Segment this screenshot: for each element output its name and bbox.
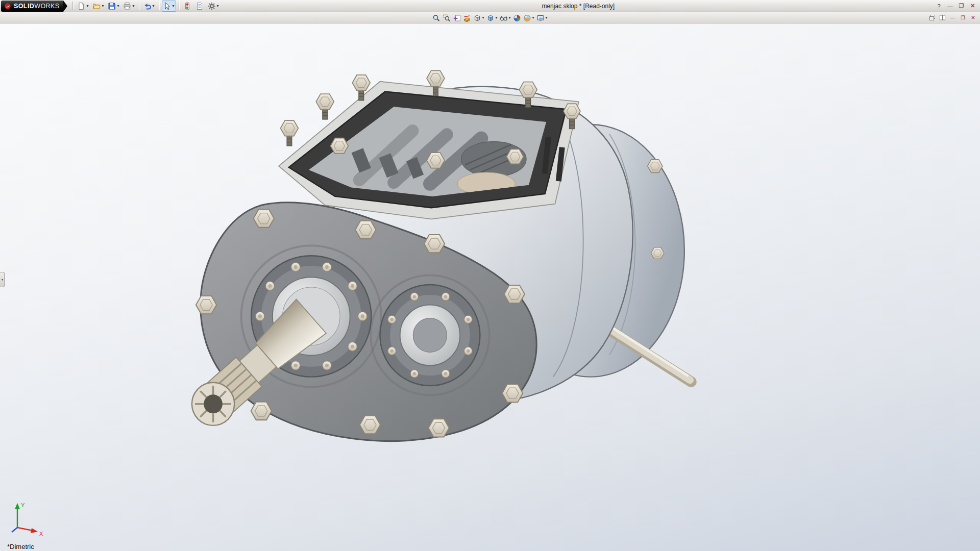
file-properties-button[interactable] (194, 1, 205, 12)
options-caret[interactable]: ▾ (217, 4, 219, 8)
gearbox-3d-model[interactable] (0, 23, 980, 551)
apply-scene-caret[interactable]: ▾ (532, 16, 534, 20)
y-axis-label: Y (21, 502, 25, 508)
featuremanager-collapsed-tab[interactable]: ◂ (0, 272, 5, 287)
view-settings-button[interactable]: ▾ (536, 13, 549, 23)
x-axis-label: X (39, 531, 43, 537)
toolbar-separator (179, 2, 179, 10)
dassault-logo-icon (4, 3, 11, 10)
select-button[interactable]: ▾ (162, 1, 176, 12)
view-orientation-button[interactable]: ▾ (472, 13, 485, 23)
display-style-caret[interactable]: ▾ (495, 16, 497, 20)
hide-show-items-caret[interactable]: ▾ (508, 16, 510, 20)
save-button[interactable]: ▾ (106, 1, 120, 12)
graphics-area[interactable]: Y X *Dimetric ◂ (0, 23, 980, 551)
y-axis-arrow (15, 503, 20, 509)
heads-up-view-toolbar: ▾ ▾ ▾ (431, 12, 548, 23)
display-style-icon (486, 14, 494, 22)
zoom-to-fit-icon (432, 14, 440, 22)
brand-name: SOLIDWORKS (14, 3, 59, 10)
cascade-windows-icon (929, 14, 936, 21)
help-button[interactable]: ? (934, 2, 944, 10)
print-icon (123, 2, 131, 10)
save-icon (108, 2, 116, 10)
hide-show-items-button[interactable]: ▾ (499, 13, 511, 23)
section-view-icon (463, 14, 471, 22)
options-button[interactable]: ▾ (206, 1, 220, 12)
new-document-button[interactable]: ▾ (76, 1, 90, 12)
save-caret[interactable]: ▾ (117, 4, 119, 8)
brand-tag-tip (63, 1, 67, 12)
document-window-controls: — ❐ ✕ (928, 13, 977, 21)
apply-scene-icon (524, 14, 531, 22)
new-document-icon (77, 2, 85, 10)
z-axis (12, 528, 17, 532)
minimize-button[interactable]: — (945, 2, 955, 10)
doc-restore-button[interactable]: ❐ (959, 13, 967, 21)
titlebar: SOLIDWORKS ▾ ▾ ▾ (0, 0, 980, 12)
cascade-windows-button[interactable] (928, 13, 937, 21)
undo-caret[interactable]: ▾ (153, 4, 155, 8)
new-document-caret[interactable]: ▾ (86, 4, 88, 8)
orientation-triad: Y X (5, 496, 51, 542)
view-settings-caret[interactable]: ▾ (546, 16, 548, 20)
section-view-button[interactable] (462, 13, 472, 23)
select-cursor-icon (163, 2, 172, 10)
undo-icon (143, 2, 152, 10)
view-orientation-caret[interactable]: ▾ (482, 16, 484, 20)
edit-appearance-button[interactable] (512, 13, 522, 23)
hide-show-items-icon (500, 14, 507, 22)
window-controls: ? — ❐ ✕ (934, 2, 980, 10)
toolbar-separator (72, 2, 73, 10)
print-caret[interactable]: ▾ (132, 4, 134, 8)
panel-expand-arrow-icon: ◂ (1, 278, 3, 282)
undo-button[interactable]: ▾ (142, 1, 156, 12)
previous-view-button[interactable] (452, 13, 461, 23)
x-axis-arrow (31, 528, 38, 533)
open-button[interactable]: ▾ (91, 1, 105, 12)
solidworks-window: SOLIDWORKS ▾ ▾ ▾ (0, 0, 980, 551)
select-caret[interactable]: ▾ (173, 4, 175, 8)
zoom-to-area-button[interactable] (442, 13, 451, 23)
document-title: menjac sklop * [Read-only] (542, 0, 615, 12)
solidworks-logo: SOLIDWORKS (1, 1, 63, 12)
menu-row: ▾ ▾ ▾ (0, 12, 980, 23)
edit-appearance-icon (513, 14, 521, 22)
doc-minimize-button[interactable]: — (948, 13, 957, 21)
view-orientation-icon (473, 14, 481, 22)
print-button[interactable]: ▾ (121, 1, 136, 12)
toolbar-separator (139, 2, 139, 10)
rebuild-icon (183, 2, 191, 10)
open-folder-icon (92, 2, 101, 10)
open-caret[interactable]: ▾ (102, 4, 104, 8)
apply-scene-button[interactable]: ▾ (523, 13, 535, 23)
doc-close-button[interactable]: ✕ (969, 13, 977, 21)
toolbar-separator (159, 2, 159, 10)
close-button[interactable]: ✕ (968, 2, 977, 10)
display-style-button[interactable]: ▾ (485, 13, 498, 23)
maximize-button[interactable]: ❐ (957, 2, 966, 10)
file-properties-icon (195, 2, 204, 10)
zoom-to-area-icon (443, 14, 450, 22)
output-bearing-cover[interactable] (380, 285, 480, 386)
split-view-button[interactable] (938, 13, 947, 21)
view-orientation-label: *Dimetric (7, 543, 34, 550)
zoom-to-fit-button[interactable] (431, 13, 441, 23)
split-view-icon (939, 14, 946, 21)
view-settings-icon (537, 14, 545, 22)
previous-view-icon (453, 14, 460, 22)
rebuild-button[interactable] (182, 1, 193, 12)
options-icon (208, 2, 216, 10)
